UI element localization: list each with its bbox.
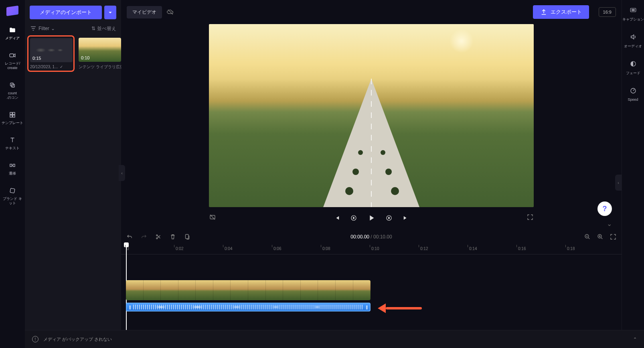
- sidebar-item-content[interactable]: count .のコン: [1, 81, 24, 100]
- cc-icon: CC: [630, 6, 637, 15]
- svg-text:CC: CC: [632, 9, 635, 11]
- sidebar-item-label: 遷移: [9, 171, 16, 176]
- redo-button[interactable]: [140, 233, 148, 240]
- chevron-down-icon[interactable]: ⌄: [607, 220, 612, 228]
- media-panel: メディアのインポート Filter ⌄ ⇅ 並べ替え 0:15 20/12/20…: [25, 0, 121, 330]
- sidebar-item-brandkit[interactable]: ブランド キット: [1, 186, 24, 206]
- export-label: エクスポート: [551, 8, 582, 16]
- right-item-label: Speed: [628, 98, 638, 102]
- app-logo[interactable]: [6, 6, 18, 16]
- waveform-icon: [34, 46, 69, 54]
- ruler-tick: 0:18: [567, 246, 575, 251]
- video-clip-track[interactable]: [126, 280, 371, 300]
- right-item-label: オーディオ: [624, 44, 642, 49]
- svg-rect-6: [13, 115, 15, 117]
- sidebar-item-label: テンプレート: [2, 121, 23, 125]
- ruler-tick: 0:04: [225, 246, 232, 251]
- export-button[interactable]: エクスポート: [533, 5, 589, 19]
- ruler-tick: 0:02: [176, 246, 183, 251]
- right-item-label: キャプション: [622, 17, 644, 22]
- check-icon: ✓: [60, 65, 63, 69]
- clip-caption: 20/12/2023, 1...: [30, 65, 58, 69]
- sort-icon: ⇅: [91, 26, 95, 31]
- import-dropdown-button[interactable]: [104, 6, 116, 19]
- duplicate-button[interactable]: [184, 233, 191, 240]
- delete-button[interactable]: [169, 233, 176, 240]
- fullscreen-button[interactable]: [527, 214, 534, 222]
- right-item-captions[interactable]: CC キャプション: [622, 6, 644, 22]
- project-name[interactable]: マイビデオ: [127, 6, 162, 18]
- right-item-label: フェード: [626, 71, 640, 76]
- svg-text:5: 5: [353, 217, 354, 219]
- clip-handle-left[interactable]: ||: [129, 305, 131, 309]
- status-bar: ! メディア がバックアップ されない ⌃: [25, 330, 644, 348]
- sidebar-item-templates[interactable]: テンプレート: [1, 110, 24, 125]
- media-clip-video[interactable]: 0:10 ンテンツ ライブラリ広告。: [79, 38, 121, 72]
- clip-handle-right[interactable]: ||: [366, 305, 367, 309]
- fade-icon: [630, 60, 637, 69]
- sidebar-item-text[interactable]: テキスト: [1, 136, 24, 151]
- zoom-in-button[interactable]: [597, 233, 604, 240]
- undo-button[interactable]: [126, 233, 133, 240]
- clip-duration: 0:15: [32, 56, 41, 61]
- status-message: メディア がバックアップ されない: [43, 336, 112, 342]
- annotation-arrow: [378, 303, 422, 313]
- timeline-time: 00:00.00 / 00:10.00: [350, 234, 392, 240]
- audio-waveform: [133, 305, 364, 309]
- collapse-right-button[interactable]: ‹: [615, 175, 622, 191]
- sidebar-item-label: ブランド キット: [1, 197, 24, 206]
- zoom-fit-button[interactable]: [610, 233, 617, 240]
- expand-status-button[interactable]: ⌃: [633, 337, 637, 342]
- sort-button[interactable]: ⇅ 並べ替え: [91, 25, 116, 32]
- safe-zone-button[interactable]: [209, 214, 216, 222]
- chevron-down-icon: ⌄: [51, 26, 55, 31]
- zoom-out-button[interactable]: [584, 233, 591, 240]
- ruler-tick: 0:08: [322, 246, 330, 251]
- forward-button[interactable]: 5: [385, 214, 393, 222]
- svg-rect-4: [13, 112, 15, 114]
- timeline-ruler[interactable]: 0 0:02 0:04 0:06 0:08 0:10 0:12 0:14 0:1…: [121, 245, 622, 254]
- rewind-button[interactable]: 5: [350, 214, 357, 222]
- svg-rect-9: [10, 188, 15, 193]
- grid-icon: [8, 110, 17, 119]
- skip-end-button[interactable]: [402, 214, 409, 222]
- ruler-tick: 0:10: [371, 246, 379, 251]
- ruler-tick: 0:16: [518, 246, 526, 251]
- filter-button[interactable]: Filter ⌄: [30, 25, 55, 32]
- sidebar-item-label: count .のコン: [6, 91, 18, 100]
- split-button[interactable]: [155, 233, 162, 240]
- aspect-ratio-button[interactable]: 16:9: [599, 7, 616, 17]
- help-button[interactable]: ?: [597, 201, 612, 216]
- sidebar-item-media[interactable]: メディア: [1, 26, 24, 41]
- svg-rect-8: [13, 164, 15, 167]
- video-preview[interactable]: [209, 24, 534, 207]
- audio-clip-track[interactable]: || ||: [126, 303, 371, 311]
- media-clip-audio[interactable]: 0:15 20/12/2023, 1...✓: [27, 35, 75, 72]
- svg-rect-7: [10, 164, 12, 167]
- ruler-tick: 0:06: [273, 246, 281, 251]
- svg-text:5: 5: [389, 217, 390, 219]
- svg-rect-5: [10, 115, 12, 117]
- ruler-tick: 0:14: [469, 246, 477, 251]
- transition-icon: [8, 161, 17, 170]
- right-item-speed[interactable]: Speed: [628, 87, 638, 102]
- skip-start-button[interactable]: [333, 214, 340, 222]
- text-icon: [8, 136, 17, 144]
- right-item-audio[interactable]: オーディオ: [624, 33, 642, 49]
- gauge-icon: [630, 87, 637, 96]
- import-media-button[interactable]: メディアのインポート: [30, 6, 102, 19]
- clip-duration: 0:10: [81, 55, 89, 60]
- svg-point-19: [156, 235, 158, 236]
- play-button[interactable]: [367, 214, 376, 222]
- camera-icon: [8, 51, 17, 60]
- sidebar-item-record[interactable]: レコード/ create: [1, 51, 24, 70]
- right-item-fade[interactable]: フェード: [626, 60, 640, 76]
- svg-point-20: [156, 238, 158, 239]
- sidebar-item-label: メディア: [5, 36, 20, 41]
- svg-rect-3: [10, 112, 12, 114]
- cloud-off-icon[interactable]: [167, 8, 174, 16]
- sidebar-item-transitions[interactable]: 遷移: [1, 161, 24, 176]
- ruler-tick: 0: [127, 246, 129, 251]
- clip-caption: ンテンツ ライブラリ広告。: [79, 64, 121, 70]
- sidebar-item-label: レコード/ create: [5, 61, 20, 70]
